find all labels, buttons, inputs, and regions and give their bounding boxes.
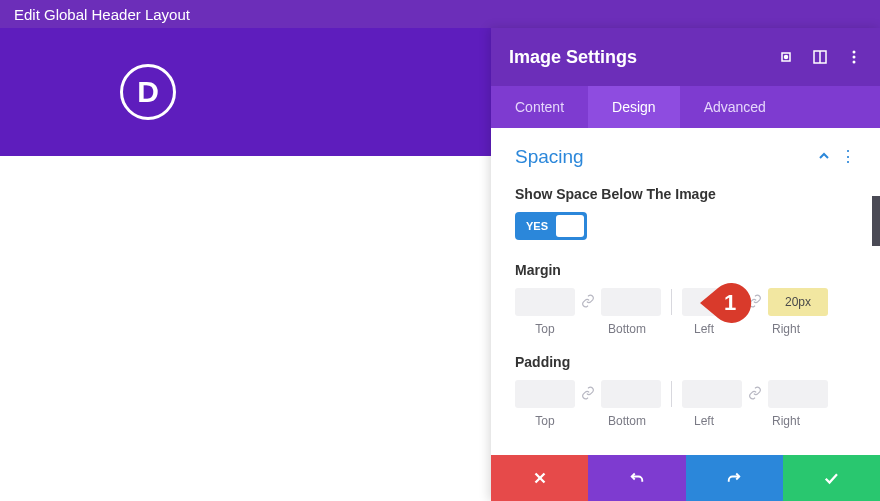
padding-top-label: Top [515,414,575,428]
section-title: Spacing [515,146,584,168]
margin-group: Margin Top Bottom Left Right [515,262,856,336]
chevron-up-icon[interactable] [818,149,830,165]
padding-right-input[interactable] [768,380,828,408]
divider [671,381,672,407]
padding-bottom-input[interactable] [601,380,661,408]
show-space-toggle[interactable]: YES [515,212,587,240]
tabs: Content Design Advanced [491,86,880,128]
panel-header-icons [778,49,862,65]
padding-label: Padding [515,354,856,370]
svg-point-4 [853,51,856,54]
margin-right-label: Right [756,322,816,336]
padding-left-input[interactable] [682,380,742,408]
panel-footer [491,455,880,501]
margin-label: Margin [515,262,856,278]
link-icon[interactable] [579,386,597,403]
padding-group: Padding Top Bottom Left Right [515,354,856,428]
undo-button[interactable] [588,455,685,501]
logo-wrapper: D [120,64,176,120]
link-icon[interactable] [579,294,597,311]
margin-top-label: Top [515,322,575,336]
panel-body: Spacing ⋮ Show Space Below The Image YES… [491,128,880,455]
menu-dots-icon[interactable] [846,49,862,65]
redo-button[interactable] [686,455,783,501]
top-bar-title: Edit Global Header Layout [14,6,190,23]
margin-left-input[interactable] [682,288,742,316]
save-button[interactable] [783,455,880,501]
section-menu-icon[interactable]: ⋮ [840,149,856,165]
link-icon[interactable] [746,386,764,403]
side-scroll-handle[interactable] [872,196,880,246]
cancel-button[interactable] [491,455,588,501]
toggle-knob [556,215,584,237]
panel-header: Image Settings [491,28,880,86]
link-icon[interactable] [746,294,764,311]
divider [671,289,672,315]
svg-point-6 [853,61,856,64]
padding-right-label: Right [756,414,816,428]
snap-icon[interactable] [812,49,828,65]
margin-left-label: Left [674,322,734,336]
show-space-label: Show Space Below The Image [515,186,856,202]
margin-top-input[interactable] [515,288,575,316]
logo-letter: D [137,75,159,109]
tab-content[interactable]: Content [491,86,588,128]
svg-point-5 [853,56,856,59]
panel-title: Image Settings [509,47,637,68]
padding-top-input[interactable] [515,380,575,408]
settings-panel: Image Settings Content Design Advanced S… [491,28,880,501]
padding-left-label: Left [674,414,734,428]
margin-bottom-input[interactable] [601,288,661,316]
header-preview: D [0,28,491,156]
top-bar: Edit Global Header Layout [0,0,880,28]
margin-right-input[interactable] [768,288,828,316]
toggle-yes-text: YES [518,220,556,232]
section-header: Spacing ⋮ [515,146,856,168]
padding-bottom-label: Bottom [597,414,657,428]
tab-design[interactable]: Design [588,86,680,128]
tab-advanced[interactable]: Advanced [680,86,790,128]
logo-icon[interactable]: D [120,64,176,120]
expand-icon[interactable] [778,49,794,65]
svg-point-1 [785,56,788,59]
margin-bottom-label: Bottom [597,322,657,336]
